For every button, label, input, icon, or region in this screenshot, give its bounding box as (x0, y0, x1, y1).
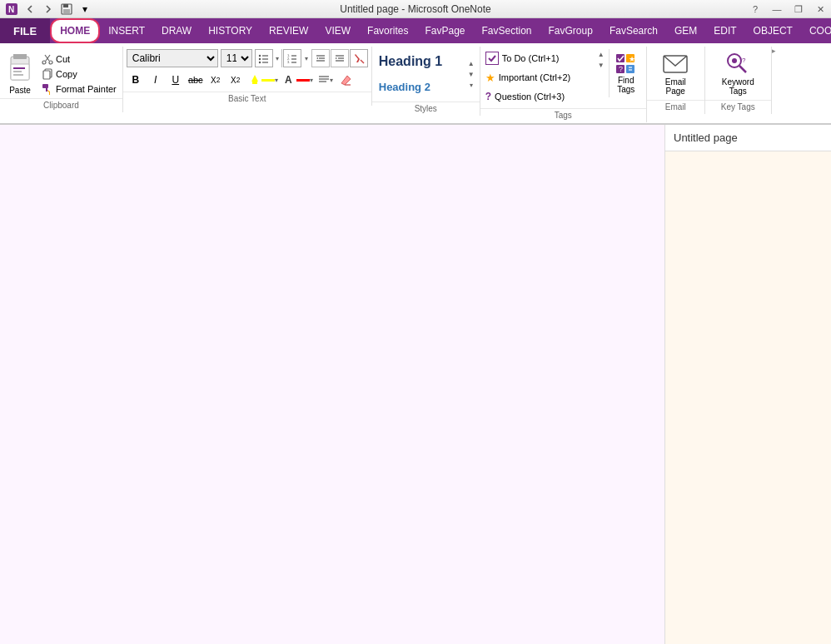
strikethrough-button[interactable]: abc (187, 71, 205, 89)
view-menu[interactable]: VIEW (316, 18, 359, 43)
home-menu[interactable]: HOME (50, 18, 100, 43)
numbered-list-icon: 1. 2. 3. (286, 52, 298, 64)
favsearch-menu[interactable]: FavSearch (601, 18, 666, 43)
bullet-dropdown[interactable]: ▾ (274, 49, 282, 67)
question-icon: ? (485, 91, 491, 102)
important-tag[interactable]: ★ Important (Ctrl+2) (484, 68, 594, 87)
svg-rect-14 (13, 74, 23, 76)
history-menu[interactable]: HISTORY (200, 18, 261, 43)
svg-line-41 (361, 60, 364, 63)
quick-access-toolbar: N ▾ (0, 0, 97, 18)
customize-qat-button[interactable]: ▾ (77, 2, 93, 17)
underline-button[interactable]: U (167, 71, 185, 89)
tags-content: To Do (Ctrl+1) ★ Important (Ctrl+2) ? Qu… (480, 47, 646, 108)
object-menu[interactable]: OBJECT (745, 18, 801, 43)
svg-text:★: ★ (629, 55, 635, 63)
edit-menu[interactable]: EDIT (705, 18, 744, 43)
menu-bar: FILE HOME INSERT DRAW HISTORY REVIEW VIE… (0, 18, 831, 43)
cooperation-menu[interactable]: COOPERATION (801, 18, 831, 43)
decrease-indent-button[interactable] (311, 49, 330, 67)
eraser-button[interactable] (336, 71, 355, 89)
forward-button[interactable] (40, 2, 57, 17)
window-title: Untitled page - Microsoft OneNote (7, 3, 824, 15)
highlight-dropdown[interactable]: ▾ (275, 77, 278, 84)
todo-tag[interactable]: To Do (Ctrl+1) (484, 49, 594, 67)
email-page-button[interactable]: EmailPage (655, 49, 695, 97)
numbered-dropdown[interactable]: ▾ (302, 49, 311, 67)
save-button[interactable] (58, 2, 75, 17)
find-tags-button[interactable]: ★ ? FindTags (609, 49, 643, 97)
close-button[interactable]: ✕ (809, 0, 831, 18)
title-bar: N ▾ Untitled page - Microsoft OneNote ? … (0, 0, 831, 18)
bold-button[interactable]: B (127, 71, 145, 89)
email-content: EmailPage (647, 47, 704, 100)
svg-point-16 (49, 61, 52, 64)
insert-menu[interactable]: INSERT (100, 18, 153, 43)
font-row: Calibri 11 (127, 49, 368, 67)
heading2-style[interactable]: Heading 2 (376, 74, 464, 99)
review-menu[interactable]: REVIEW (261, 18, 316, 43)
minimize-button[interactable]: — (766, 0, 788, 18)
copy-button[interactable]: Copy (39, 67, 119, 81)
styles-group: Heading 1 Heading 2 ▲ ▼ ▾ Styles (372, 47, 480, 116)
ribbon: Paste Cut (0, 43, 831, 125)
heading1-style[interactable]: Heading 1 (376, 49, 464, 74)
scissors-icon (42, 53, 53, 65)
clipboard-label: Clipboard (0, 98, 122, 112)
heading1-label: Heading 1 (379, 54, 442, 69)
styles-scroll-up[interactable]: ▲ (466, 58, 476, 68)
ribbon-expand[interactable]: ▸ (772, 47, 784, 68)
align-button[interactable]: ▾ (316, 71, 335, 89)
highlight-button[interactable]: ▾ (246, 71, 280, 89)
tags-list: To Do (Ctrl+1) ★ Important (Ctrl+2) ? Qu… (484, 49, 594, 106)
page-title[interactable]: Untitled page (665, 125, 831, 151)
help-button[interactable]: ? (744, 0, 766, 18)
clear-formatting-button[interactable] (350, 49, 368, 67)
file-menu[interactable]: FILE (0, 18, 50, 43)
tags-scroll-up[interactable]: ▲ (596, 49, 606, 59)
unordered-list-button[interactable] (255, 49, 273, 67)
draw-menu[interactable]: DRAW (153, 18, 200, 43)
font-size-select[interactable]: 11 (221, 49, 252, 67)
back-button[interactable] (22, 2, 38, 17)
format-painter-button[interactable]: Format Painter (39, 82, 119, 96)
eraser-icon (339, 73, 352, 87)
paste-button[interactable]: Paste (3, 49, 37, 95)
font-color-button[interactable]: A ▾ (281, 71, 315, 89)
svg-text:N: N (8, 5, 14, 14)
favsection-menu[interactable]: FavSection (474, 18, 540, 43)
svg-rect-3 (63, 4, 68, 7)
note-area[interactable] (0, 125, 664, 644)
svg-line-59 (739, 66, 746, 72)
copy-label: Copy (56, 69, 77, 79)
svg-text:3.: 3. (287, 60, 290, 64)
cut-button[interactable]: Cut (39, 52, 119, 66)
increase-indent-button[interactable] (331, 49, 349, 67)
font-select[interactable]: Calibri (127, 49, 218, 67)
ordered-list-button[interactable]: 1. 2. 3. (283, 49, 301, 67)
superscript-button[interactable]: X2 (226, 71, 245, 89)
restore-button[interactable]: ❐ (788, 0, 809, 18)
favpage-menu[interactable]: FavPage (416, 18, 473, 43)
italic-button[interactable]: I (147, 71, 165, 89)
svg-rect-48 (616, 54, 624, 62)
keyword-tags-label: KeywordTags (722, 77, 754, 96)
styles-scroll-down[interactable]: ▼ (466, 69, 476, 79)
font-color-icon: A (283, 73, 296, 87)
gem-menu[interactable]: GEM (666, 18, 705, 43)
favgroup-menu[interactable]: FavGroup (540, 18, 601, 43)
keyword-tags-button[interactable]: ? KeywordTags (717, 49, 759, 97)
copy-icon (42, 68, 53, 80)
question-tag[interactable]: ? Question (Ctrl+3) (484, 87, 594, 106)
font-color-dropdown[interactable]: ▾ (310, 77, 313, 84)
styles-expand[interactable]: ▾ (466, 80, 476, 90)
clear-format-icon (353, 52, 365, 64)
todo-label: To Do (Ctrl+1) (502, 53, 560, 63)
subscript-button[interactable]: X2 (207, 71, 225, 89)
page-panel: Untitled page (664, 125, 831, 644)
tags-scroll-down[interactable]: ▼ (596, 60, 606, 70)
main-area: Untitled page (0, 125, 831, 644)
email-label: Email (647, 100, 704, 114)
favorites-menu[interactable]: Favorites (359, 18, 416, 43)
svg-rect-4 (63, 9, 70, 13)
